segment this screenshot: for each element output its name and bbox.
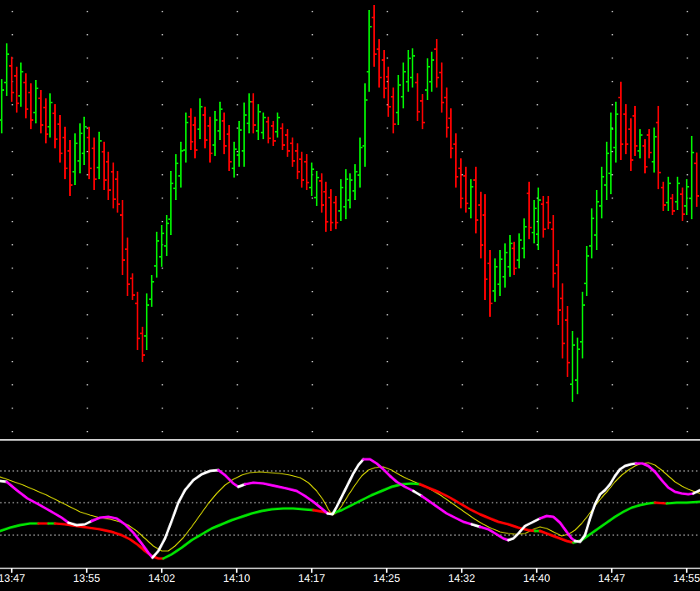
ohlc-bar bbox=[333, 196, 338, 229]
grid-dot bbox=[87, 221, 88, 222]
grid-dot bbox=[237, 128, 238, 128]
grid-dot bbox=[12, 128, 12, 128]
grid-dot bbox=[612, 244, 612, 245]
grid-dot bbox=[312, 431, 312, 432]
grid-dot bbox=[87, 431, 88, 432]
grid-dot bbox=[387, 361, 388, 362]
ohlc-bar bbox=[492, 258, 498, 302]
grid-dot bbox=[237, 58, 238, 58]
grid-dot bbox=[387, 384, 388, 385]
indicator-slow-line-segment bbox=[163, 508, 313, 558]
grid-dot bbox=[162, 221, 162, 222]
grid-dot bbox=[387, 291, 388, 292]
grid-dot bbox=[312, 128, 312, 128]
ohlc-bar bbox=[482, 194, 488, 300]
grid-dot bbox=[12, 408, 12, 408]
chart-canvas[interactable]: 13:4713:5514:0214:1014:1714:2514:3214:40… bbox=[0, 0, 700, 591]
grid-dot bbox=[687, 174, 688, 175]
ohlc-bar bbox=[391, 88, 396, 133]
grid-dot bbox=[687, 34, 688, 35]
grid-dot bbox=[312, 221, 312, 222]
ohlc-bar bbox=[82, 117, 87, 165]
indicator-fast-line-segment bbox=[413, 491, 422, 496]
indicator-fast-line-segment bbox=[636, 463, 693, 494]
ohlc-bar bbox=[439, 63, 444, 113]
ohlc-bar bbox=[183, 113, 188, 163]
grid-dot bbox=[312, 361, 312, 362]
grid-dot bbox=[612, 81, 612, 82]
ohlc-bar bbox=[97, 132, 102, 179]
grid-dot bbox=[537, 291, 538, 292]
time-label: 14:40 bbox=[523, 572, 551, 584]
ohlc-bar bbox=[140, 327, 145, 362]
ohlc-bar bbox=[410, 48, 415, 88]
grid-dot bbox=[462, 104, 462, 105]
grid-dot bbox=[237, 34, 238, 35]
ohlc-bar bbox=[343, 169, 348, 219]
grid-dot bbox=[462, 128, 462, 128]
ohlc-bar bbox=[38, 90, 43, 133]
ohlc-bar bbox=[694, 153, 699, 207]
indicator-fast-line-segment bbox=[363, 459, 413, 491]
grid-dot bbox=[87, 384, 88, 385]
grid-dot bbox=[612, 151, 612, 152]
indicator-fast-line-segment bbox=[328, 459, 363, 514]
grid-dot bbox=[12, 11, 12, 12]
ohlc-bar bbox=[149, 275, 154, 307]
ohlc-bar bbox=[382, 50, 387, 98]
ohlc-bar bbox=[396, 75, 401, 125]
grid-dot bbox=[612, 408, 612, 408]
ohlc-bar bbox=[575, 338, 580, 394]
indicator-slow-line-segment bbox=[0, 523, 38, 531]
grid-dot bbox=[87, 198, 88, 198]
grid-dot bbox=[87, 291, 88, 292]
grid-dot bbox=[387, 174, 388, 175]
grid-dot bbox=[537, 338, 538, 338]
grid-dot bbox=[237, 408, 238, 408]
ohlc-bar bbox=[517, 233, 522, 268]
ohlc-bar bbox=[192, 117, 198, 158]
ohlc-bar bbox=[448, 108, 453, 158]
ohlc-bar bbox=[202, 107, 208, 148]
ohlc-bar bbox=[661, 182, 666, 211]
grid-dot bbox=[462, 408, 462, 408]
grid-dot bbox=[537, 58, 538, 58]
grid-dot bbox=[237, 81, 238, 82]
ohlc-bar bbox=[168, 171, 173, 235]
grid-dot bbox=[237, 244, 238, 245]
grid-dot bbox=[237, 221, 238, 222]
ohlc-bar bbox=[512, 242, 517, 275]
ohlc-bar bbox=[198, 98, 202, 139]
grid-dot bbox=[162, 268, 162, 268]
ohlc-bar bbox=[48, 93, 52, 138]
grid-dot bbox=[12, 314, 12, 315]
grid-dot bbox=[237, 338, 238, 338]
ohlc-bar bbox=[684, 179, 689, 215]
grid-dot bbox=[12, 34, 12, 35]
ohlc-bar bbox=[319, 173, 324, 213]
ohlc-bar bbox=[304, 154, 309, 190]
grid-dot bbox=[312, 11, 312, 12]
trading-chart-window: 13:4713:5514:0214:1014:1714:2514:3214:40… bbox=[0, 0, 700, 591]
grid-dot bbox=[312, 34, 312, 35]
grid-dot bbox=[687, 104, 688, 105]
grid-dot bbox=[162, 81, 162, 82]
grid-dot bbox=[462, 291, 462, 292]
ohlc-bar bbox=[468, 179, 473, 218]
ohlc-bar bbox=[125, 238, 130, 296]
ohlc-bar bbox=[154, 232, 159, 278]
ohlc-bar bbox=[642, 139, 648, 173]
grid-dot bbox=[312, 408, 312, 408]
time-label: 14:10 bbox=[223, 572, 251, 584]
ohlc-bar bbox=[527, 182, 532, 239]
ohlc-bar bbox=[652, 128, 657, 173]
grid-dot bbox=[162, 128, 162, 128]
ohlc-bar bbox=[299, 152, 304, 188]
grid-dot bbox=[387, 314, 388, 315]
ohlc-bar bbox=[280, 123, 285, 150]
grid-dot bbox=[387, 244, 388, 245]
ohlc-bar bbox=[43, 98, 48, 143]
grid-dot bbox=[162, 408, 162, 408]
grid-dot bbox=[612, 34, 612, 35]
grid-dot bbox=[237, 11, 238, 12]
